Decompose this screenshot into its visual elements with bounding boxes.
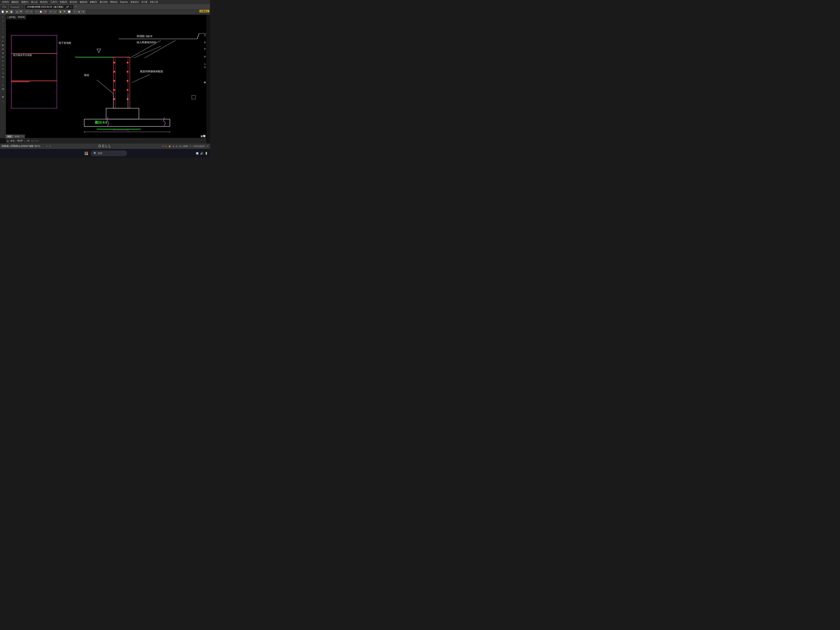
- menu-ejin[interactable]: E筋工具: [149, 0, 159, 4]
- tab-model[interactable]: 模型: [6, 134, 13, 139]
- taskbar-network-icon[interactable]: 🔲: [196, 152, 199, 155]
- toolbar-save[interactable]: 💾: [9, 10, 13, 14]
- taskbar-right: 🔲 🔊 🔋: [196, 152, 208, 155]
- status-icon-a[interactable]: A: [172, 145, 174, 148]
- menu-params[interactable]: 参数(P): [89, 0, 98, 4]
- menu-annotate[interactable]: 标注(N): [69, 0, 78, 4]
- toolbar-misc[interactable]: ⚙: [81, 10, 85, 14]
- left-btn-offset[interactable]: ⊟: [1, 75, 5, 79]
- annotation-peijin: 配筋同两侧墙体配筋: [140, 70, 163, 73]
- tab-add-button[interactable]: +: [74, 5, 78, 8]
- left-btn-copy2[interactable]: ⧉: [1, 55, 5, 59]
- annotation-jiaqiang: 加强筋 3ф16: [137, 35, 152, 38]
- status-icon-a2[interactable]: A: [176, 145, 177, 148]
- status-icon-3d[interactable]: ◇: [165, 145, 167, 148]
- menu-yuanquan[interactable]: 源泉设计: [129, 0, 140, 4]
- toolbar-new[interactable]: 📄: [1, 10, 5, 14]
- tab-layout1[interactable]: 布局1: [13, 134, 21, 139]
- toolbar-match[interactable]: ✦: [49, 10, 53, 14]
- left-btn-move[interactable]: ✥: [1, 51, 5, 55]
- cad-canvas[interactable]: [-][俯视][二维线框]: [6, 14, 206, 138]
- left-btn-trim[interactable]: ✂: [1, 67, 5, 71]
- toolbar-undo[interactable]: ↩: [25, 10, 29, 14]
- tab-drawing1[interactable]: Drawing1* ✕: [8, 5, 25, 9]
- menu-modify[interactable]: 修改(M): [79, 0, 88, 4]
- menu-file[interactable]: 文件(F): [1, 0, 10, 4]
- left-btn-extend[interactable]: ⇥: [1, 71, 5, 75]
- toolbar-open[interactable]: 📂: [5, 10, 9, 14]
- left-btn-rect[interactable]: □: [1, 99, 5, 103]
- left-btn-polyline[interactable]: ⌐: [1, 23, 5, 27]
- toolbar-calc[interactable]: 🖩: [77, 10, 81, 14]
- toolbar-copy[interactable]: 📋: [39, 10, 43, 14]
- toolbar-layer[interactable]: ≡: [53, 10, 57, 14]
- left-btn-select[interactable]: ↖: [1, 15, 5, 19]
- svg-rect-46: [87, 152, 88, 153]
- menu-draw[interactable]: 绘图(D): [59, 0, 68, 4]
- toolbar-help[interactable]: ?: [73, 10, 77, 14]
- toolbar-3d[interactable]: ⬜: [67, 10, 71, 14]
- tab-main-close[interactable]: ✕: [70, 6, 71, 8]
- status-icon-layers[interactable]: ⚡: [168, 145, 171, 148]
- svg-point-18: [126, 98, 128, 100]
- menu-ecalc[interactable]: E计算: [141, 0, 148, 4]
- toolbar-right: S-WALL: [199, 10, 209, 13]
- start-button[interactable]: [83, 150, 90, 156]
- svg-line-33: [97, 80, 114, 93]
- tab-main[interactable]: 2#4#楼结构图 2023.06.29（施工图版）_t3* ✕: [25, 5, 73, 9]
- taskbar-search[interactable]: 🔍 搜索: [91, 150, 127, 156]
- left-btn-dim[interactable]: ⊢: [1, 39, 5, 43]
- menu-tools[interactable]: 工具(T): [49, 0, 58, 4]
- scroll-a[interactable]: A: [201, 135, 203, 137]
- search-icon: 🔍: [93, 152, 96, 155]
- status-icon-nav[interactable]: ⌖: [162, 145, 164, 148]
- menu-help[interactable]: 帮助(H): [109, 0, 118, 4]
- toolbar-cut[interactable]: ✂: [35, 10, 38, 14]
- menu-insert[interactable]: 插入(I): [30, 0, 38, 4]
- left-btn-block[interactable]: ⊞: [1, 47, 5, 51]
- toolbar-paste[interactable]: 📌: [43, 10, 47, 14]
- taskbar: 🔍 搜索 🔲 🔊 🔋: [0, 149, 210, 158]
- toolbar-pan[interactable]: ✋: [58, 10, 63, 14]
- toolbar-zoom[interactable]: 🔍: [63, 10, 67, 14]
- left-btn-hatch[interactable]: ▨: [1, 43, 5, 47]
- right-panel-zzuo: Z坐: [204, 63, 206, 65]
- zoom-level[interactable]: 1:1 / 100%: [178, 145, 188, 147]
- left-btn-fillet[interactable]: ⌐: [1, 79, 5, 83]
- menu-view[interactable]: 视图(V): [20, 0, 30, 4]
- left-btn-arc[interactable]: ⌒: [1, 31, 5, 35]
- toolbar-print[interactable]: 🖨: [15, 10, 19, 14]
- taskbar-volume-icon[interactable]: 🔊: [200, 152, 203, 155]
- left-btn-explode[interactable]: ✳: [1, 83, 5, 87]
- left-btn-mirror[interactable]: ⇔: [1, 63, 5, 67]
- watermark-location: 河南省，濮阳市: [2, 144, 18, 147]
- cmd-input-placeholder[interactable]: 键入命令: [31, 139, 39, 142]
- status-right: ⌖ ◇ ⚡ A A 1:1 / 100% ⚙ CAD经典模式 ▼: [162, 145, 208, 148]
- left-btn-circle[interactable]: ○: [1, 27, 5, 31]
- menu-format[interactable]: 格式(O): [39, 0, 49, 4]
- menu-window[interactable]: 窗口(W): [99, 0, 109, 4]
- toolbar-preview[interactable]: 🔍: [19, 10, 23, 14]
- svg-line-31: [134, 46, 161, 58]
- left-btn-erase[interactable]: ⌫: [1, 87, 5, 91]
- svg-point-12: [114, 89, 115, 91]
- cad-mode-badge[interactable]: CAD经典模式: [193, 145, 205, 148]
- tab-add-layout[interactable]: +: [21, 134, 25, 139]
- scroll-indicator: 🔄: [203, 135, 206, 137]
- left-btn-line[interactable]: ╱: [1, 19, 5, 23]
- cmd-input-icon: ⌨: [27, 140, 30, 142]
- menubar: 文件(F) 编辑(E) 视图(V) 插入(I) 格式(O) 工具(T) 绘图(D…: [0, 0, 210, 4]
- svg-line-32: [132, 74, 150, 83]
- tab-drawing1-close[interactable]: ✕: [21, 6, 23, 8]
- left-btn-text[interactable]: A: [1, 35, 5, 39]
- svg-point-11: [114, 80, 115, 82]
- screen: 文件(F) 编辑(E) 视图(V) 插入(I) 格式(O) 工具(T) 绘图(D…: [0, 0, 210, 149]
- monitor-bezel: 文件(F) 编辑(E) 视图(V) 插入(I) 格式(O) 工具(T) 绘图(D…: [0, 0, 210, 158]
- menu-edit[interactable]: 编辑(E): [10, 0, 20, 4]
- left-btn-rotate[interactable]: ↻: [1, 59, 5, 63]
- command-bar: ▶ 命令：*取消* | ⌨ 键入命令: [6, 138, 206, 144]
- tab-start[interactable]: 开始: [0, 5, 8, 9]
- taskbar-battery-icon[interactable]: 🔋: [205, 152, 208, 155]
- toolbar-redo[interactable]: ↪: [29, 10, 33, 14]
- menu-express[interactable]: Express: [119, 0, 129, 4]
